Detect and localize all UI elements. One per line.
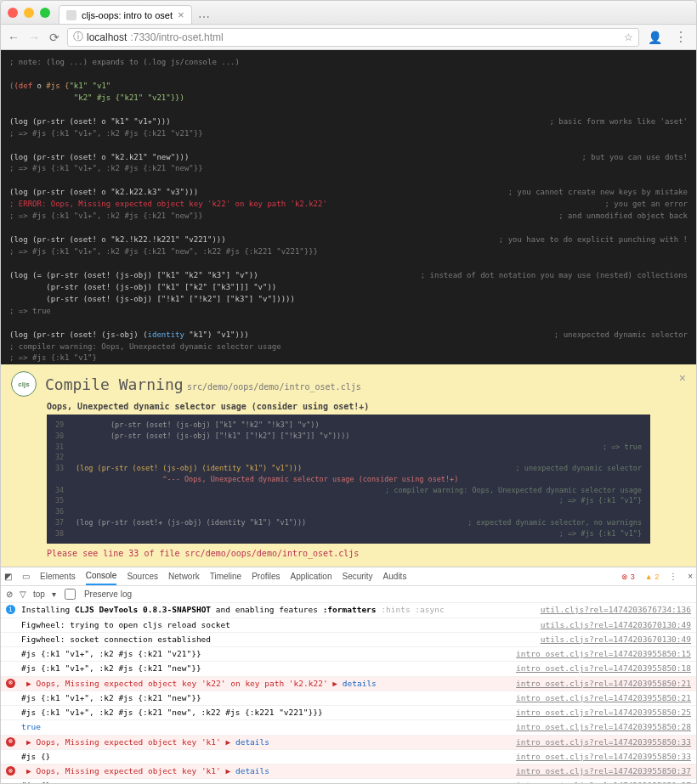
filter-icon[interactable]: ▽	[20, 589, 26, 599]
code-line: ; compiler warning: Oops, Unexpected dyn…	[9, 341, 688, 353]
tab-timeline[interactable]: Timeline	[210, 568, 241, 584]
code-line: ; => #js {:k1 "v1+", :k2 #js {:k21 "v21"…	[9, 128, 688, 140]
code-line	[9, 104, 688, 116]
browser-window: cljs-oops: intro to oset × ⋯ ← → ⟳ ⓘ loc…	[0, 0, 697, 784]
content: ; note: (log ...) expands to (.log js/co…	[1, 50, 696, 783]
console-row: #js {:k1 "v1+", :k2 #js {:k21 "new", :k2…	[1, 706, 696, 720]
close-warning-button[interactable]: ×	[679, 371, 686, 385]
preserve-log-label: Preserve log	[84, 589, 132, 599]
minimize-window-button[interactable]	[24, 8, 34, 18]
code-line: ; => #js {:k1 "v1+", :k2 #js {:k21 "new"…	[9, 163, 688, 175]
warning-file: src/demo/oops/demo/intro_oset.cljs	[187, 382, 361, 392]
forward-button[interactable]: →	[26, 30, 42, 45]
cljs-logo-icon: cljs	[11, 371, 37, 397]
code-line: (log (pr-str (oset! (js-obj) (identity "…	[9, 330, 688, 341]
tab-profiles[interactable]: Profiles	[252, 568, 280, 584]
console-source-link[interactable]: intro_oset.cljs?rel=1474203955850:33	[516, 736, 691, 748]
code-line	[9, 69, 688, 81]
code-line: (log (pr-str (oset! o "k1" "v1+"))); bas…	[9, 116, 688, 128]
code-line: (log (pr-str (oset! o "k2.k21" "new")));…	[9, 152, 688, 164]
compile-warning-panel: × cljs Compile Warning src/demo/oops/dem…	[1, 364, 696, 567]
back-button[interactable]: ←	[6, 30, 21, 45]
titlebar: cljs-oops: intro to oset × ⋯	[1, 1, 696, 25]
console-row: ⊗▶ Oops, Missing expected object key 'k2…	[1, 677, 696, 691]
console-source-link[interactable]: util.cljs?rel=1474203676734:136	[541, 604, 691, 616]
menu-icon[interactable]: ⋮	[671, 29, 691, 45]
console-message: ▶ Oops, Missing expected object key 'k22…	[26, 678, 516, 690]
error-badge[interactable]: ⊗ 3	[621, 572, 635, 581]
console-message: Figwheel: trying to open cljs reload soc…	[21, 619, 541, 631]
code-line: ; ERROR: Oops, Missing expected object k…	[9, 199, 688, 211]
console-source-link[interactable]: intro_oset.cljs?rel=1474203955850:18	[516, 663, 691, 674]
code-line	[9, 175, 688, 187]
console-body: iInstalling CLJS DevTools 0.8.3-SNAPSHOT…	[1, 603, 696, 783]
tab-sources[interactable]: Sources	[127, 568, 158, 584]
tab-audits[interactable]: Audits	[383, 568, 407, 584]
console-source-link[interactable]: utils.cljs?rel=1474203670130:49	[541, 619, 691, 631]
code-area: ; note: (log ...) expands to (.log js/co…	[1, 50, 696, 364]
console-message: ▶ Oops, Missing expected object key 'k1'…	[26, 736, 516, 748]
code-line: (pr-str (oset! (js-obj) ["k1" ["k2" ["k3…	[9, 282, 688, 294]
clear-console-icon[interactable]: ⊘	[6, 589, 13, 599]
context-selector[interactable]: top	[33, 589, 45, 599]
preserve-log-checkbox[interactable]	[65, 589, 76, 600]
site-info-icon[interactable]: ⓘ	[73, 30, 83, 44]
console-message: #js {:k1 "v1+", :k2 #js {:k21 "new", :k2…	[21, 707, 516, 719]
console-message: ▶ Oops, Missing expected object key 'k1'…	[26, 765, 516, 777]
tab-security[interactable]: Security	[342, 568, 372, 584]
devtools-menu-icon[interactable]: ⋮	[669, 572, 677, 581]
favicon-icon	[66, 10, 76, 20]
new-tab-button[interactable]: ⋯	[196, 10, 212, 24]
console-source-link[interactable]: intro_oset.cljs?rel=1474203955850:25	[516, 707, 691, 719]
console-message: #js {}	[21, 780, 516, 783]
device-icon[interactable]: ▭	[22, 572, 30, 581]
console-source-link[interactable]: intro_oset.cljs?rel=1474203955850:21	[516, 678, 691, 690]
code-line	[9, 140, 688, 152]
code-line: ((def o #js {"k1" "v1"	[9, 81, 688, 93]
reload-button[interactable]: ⟳	[47, 30, 62, 45]
warning-header: cljs Compile Warning src/demo/oops/demo/…	[11, 371, 686, 397]
console-source-link[interactable]: intro_oset.cljs?rel=1474203955850:28	[516, 721, 691, 733]
console-source-link[interactable]: intro_oset.cljs?rel=1474203955850:37	[516, 765, 691, 777]
code-line: ; => #js {:k1 "v1+", :k2 #js {:k21 "new"…	[9, 246, 688, 258]
warning-footer: Please see line 33 of file src/demo/oops…	[47, 549, 650, 558]
console-message: #js {:k1 "v1+", :k2 #js {:k21 "v21"}}	[21, 648, 516, 660]
tab-elements[interactable]: Elements	[40, 568, 76, 584]
console-row: ⊗▶ Oops, Missing expected object key 'k1…	[1, 736, 696, 750]
code-line	[9, 258, 688, 270]
inspect-icon[interactable]: ◩	[4, 572, 12, 581]
user-icon[interactable]: 👤	[644, 31, 666, 44]
console-row: #js {}intro_oset.cljs?rel=1474203955850:…	[1, 779, 696, 783]
tab-network[interactable]: Network	[168, 568, 200, 584]
console-row: Figwheel: trying to open cljs reload soc…	[1, 618, 696, 633]
address-bar-row: ← → ⟳ ⓘ localhost:7330/intro-oset.html ☆…	[1, 25, 696, 50]
console-source-link[interactable]: utils.cljs?rel=1474203670130:49	[541, 634, 691, 646]
traffic-lights	[8, 8, 50, 18]
browser-tab[interactable]: cljs-oops: intro to oset ×	[59, 5, 192, 24]
close-tab-icon[interactable]: ×	[178, 8, 184, 21]
tab-application[interactable]: Application	[291, 568, 332, 584]
maximize-window-button[interactable]	[40, 8, 50, 18]
console-source-link[interactable]: intro_oset.cljs?rel=1474203955850:15	[516, 648, 691, 660]
console-row: #js {}intro_oset.cljs?rel=1474203955850:…	[1, 750, 696, 764]
warning-badge[interactable]: ▲ 2	[645, 572, 659, 581]
console-source-link[interactable]: intro_oset.cljs?rel=1474203955850:21	[516, 692, 691, 704]
devtools-panel: ◩ ▭ Elements Console Sources Network Tim…	[1, 567, 696, 783]
console-message: Installing CLJS DevTools 0.8.3-SNAPSHOT …	[21, 604, 541, 616]
code-line: (log (pr-str (oset! o "k2.k22.k3" "v3"))…	[9, 187, 688, 199]
code-line: (log (= (pr-str (oset! (js-obj) ["k1" "k…	[9, 270, 688, 282]
warning-code-block: 29 (pr-str (oset! (js-obj) ["k1" "!k2" "…	[47, 415, 650, 544]
close-window-button[interactable]	[8, 8, 18, 18]
tab-console[interactable]: Console	[86, 567, 117, 585]
console-source-link[interactable]: intro_oset.cljs?rel=1474203955850:33	[516, 751, 691, 763]
address-bar[interactable]: ⓘ localhost:7330/intro-oset.html ☆	[67, 28, 639, 47]
tab-title: cljs-oops: intro to oset	[82, 10, 173, 20]
bookmark-icon[interactable]: ☆	[624, 31, 633, 43]
console-filter-bar: ⊘ ▽ top ▾ Preserve log	[1, 586, 696, 603]
devtools-close-icon[interactable]: ×	[688, 572, 693, 581]
console-row: Figwheel: socket connection establishedu…	[1, 633, 696, 647]
console-message: #js {:k1 "v1+", :k2 #js {:k21 "new"}}	[21, 692, 516, 704]
console-source-link[interactable]: intro_oset.cljs?rel=1474203955850:37	[516, 780, 691, 783]
console-message: #js {}	[21, 751, 516, 763]
code-line: ; => true	[9, 306, 688, 318]
